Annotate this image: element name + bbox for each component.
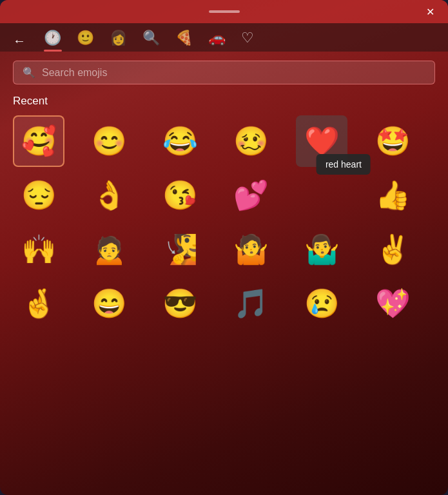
emoji-cell[interactable]: 😔 <box>13 170 64 221</box>
emoji-cell[interactable]: 😄 <box>84 278 135 329</box>
emoji-cell[interactable]: 😎 <box>155 278 206 329</box>
search-icon: 🔍 <box>23 66 35 79</box>
emoji-cell[interactable]: 😢 <box>296 278 347 329</box>
nav-symbols-icon[interactable]: ♡ <box>241 30 254 52</box>
emoji-cell[interactable]: 🙍 <box>84 224 135 275</box>
emoji-picker-window: ✕ ← 🕐 🙂 👩 🔍 🍕 🚗 ♡ 🔍 Recent 🥰 😊 😂 🥴 ❤️ <box>0 0 448 495</box>
emoji-cell[interactable]: 😘 <box>155 170 206 221</box>
nav-objects-icon[interactable]: 🔍 <box>142 30 160 52</box>
emoji-cell[interactable]: 🤷‍♂️ <box>296 224 347 275</box>
emoji-cell[interactable]: 💕 <box>226 170 277 221</box>
emoji-grid-container: 🥰 😊 😂 🥴 ❤️ red heart 🤩 😔 👌 😘 💕 👍 🙌 🙍 🧏 🤷… <box>0 113 448 495</box>
nav-travel-icon[interactable]: 🚗 <box>208 30 226 52</box>
emoji-cell[interactable]: 🙌 <box>13 224 64 275</box>
emoji-cell[interactable]: 🥴 <box>226 115 277 167</box>
emoji-cell[interactable]: 🤞 <box>13 278 64 329</box>
search-box: 🔍 <box>13 61 435 84</box>
back-button[interactable]: ← <box>13 34 26 48</box>
nav-people-icon[interactable]: 👩 <box>110 30 127 52</box>
emoji-cell[interactable]: 🤩 <box>367 115 418 167</box>
emoji-cell[interactable] <box>296 170 347 221</box>
emoji-cell[interactable]: ✌️ <box>367 224 418 275</box>
emoji-cell[interactable]: 💖 <box>367 278 418 329</box>
close-button[interactable]: ✕ <box>421 3 439 21</box>
nav-smiley-icon[interactable]: 🙂 <box>77 30 94 52</box>
emoji-cell[interactable]: 😊 <box>84 115 135 167</box>
search-input[interactable] <box>42 67 425 79</box>
emoji-grid: 🥰 😊 😂 🥴 ❤️ red heart 🤩 😔 👌 😘 💕 👍 🙌 🙍 🧏 🤷… <box>6 113 442 332</box>
emoji-cell[interactable]: 👌 <box>84 170 135 221</box>
nav-recent-icon[interactable]: 🕐 <box>44 30 61 52</box>
drag-handle <box>209 10 240 13</box>
emoji-cell[interactable]: 🤷 <box>226 224 277 275</box>
emoji-cell[interactable]: 👍 <box>367 170 418 221</box>
emoji-cell[interactable]: 😂 <box>155 115 206 167</box>
nav-bar: ← 🕐 🙂 👩 🔍 🍕 🚗 ♡ <box>0 23 448 52</box>
search-area: 🔍 <box>0 52 448 91</box>
nav-food-icon[interactable]: 🍕 <box>175 30 193 52</box>
emoji-cell-red-heart[interactable]: ❤️ red heart <box>296 115 347 167</box>
emoji-cell[interactable]: 🥰 <box>13 115 64 167</box>
emoji-cell[interactable]: 🎵 <box>226 278 277 329</box>
emoji-cell[interactable]: 🧏 <box>155 224 206 275</box>
recent-section-label: Recent <box>0 91 448 113</box>
title-bar: ✕ <box>0 0 448 23</box>
